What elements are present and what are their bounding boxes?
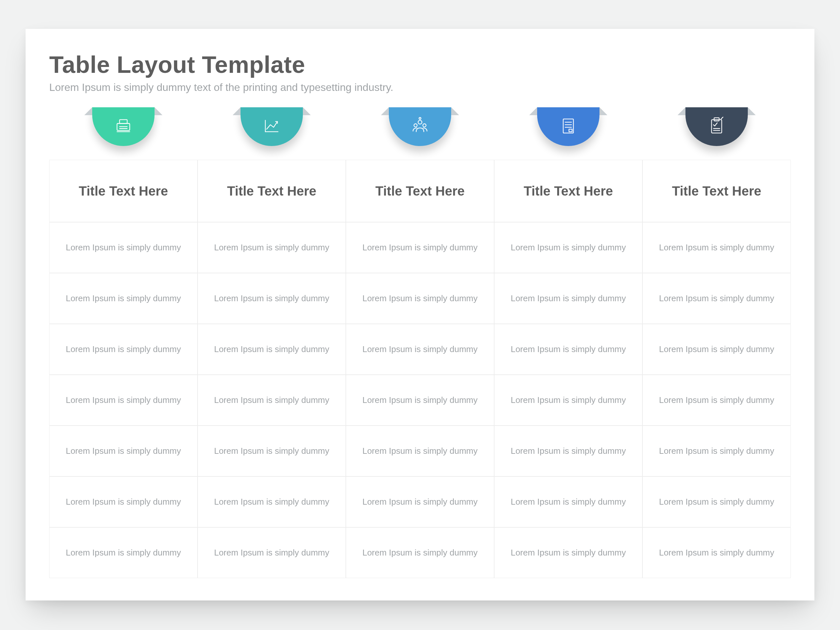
table-cell-text: Lorem Ipsum is simply dummy bbox=[214, 446, 329, 456]
table-cell-text: Lorem Ipsum is simply dummy bbox=[659, 497, 774, 507]
table-cell: Lorem Ipsum is simply dummy bbox=[643, 222, 791, 273]
svg-rect-14 bbox=[712, 120, 722, 133]
column-tab-row bbox=[25, 100, 815, 160]
table-cell: Lorem Ipsum is simply dummy bbox=[494, 426, 643, 477]
table-cell-text: Lorem Ipsum is simply dummy bbox=[510, 243, 626, 253]
table-cell-text: Lorem Ipsum is simply dummy bbox=[214, 293, 329, 303]
table-cell: Lorem Ipsum is simply dummy bbox=[643, 527, 791, 578]
table-cell-text: Lorem Ipsum is simply dummy bbox=[214, 548, 329, 558]
table-cell: Lorem Ipsum is simply dummy bbox=[197, 375, 346, 426]
typewriter-icon bbox=[113, 116, 134, 137]
table-cell: Lorem Ipsum is simply dummy bbox=[494, 375, 643, 426]
table-cell-text: Lorem Ipsum is simply dummy bbox=[659, 446, 774, 456]
table-cell-text: Lorem Ipsum is simply dummy bbox=[659, 395, 774, 405]
svg-rect-1 bbox=[120, 120, 127, 124]
table-cell: Lorem Ipsum is simply dummy bbox=[346, 426, 494, 477]
table-cell: Lorem Ipsum is simply dummy bbox=[643, 273, 791, 324]
svg-point-8 bbox=[419, 117, 421, 120]
column-header: Title Text Here bbox=[346, 160, 494, 222]
column-tab-badge bbox=[92, 107, 155, 146]
table-cell: Lorem Ipsum is simply dummy bbox=[197, 426, 346, 477]
table-cell: Lorem Ipsum is simply dummy bbox=[494, 477, 643, 527]
table-cell-text: Lorem Ipsum is simply dummy bbox=[66, 548, 181, 558]
table-cell: Lorem Ipsum is simply dummy bbox=[197, 324, 346, 375]
table-cell-text: Lorem Ipsum is simply dummy bbox=[362, 497, 477, 507]
tab-fold-left bbox=[529, 107, 537, 115]
column-tab-badge bbox=[240, 107, 303, 146]
page-subtitle: Lorem Ipsum is simply dummy text of the … bbox=[49, 81, 791, 93]
table-cell: Lorem Ipsum is simply dummy bbox=[49, 426, 197, 477]
table-cell: Lorem Ipsum is simply dummy bbox=[643, 375, 791, 426]
column-tab-5 bbox=[643, 107, 791, 160]
column-tab-4 bbox=[494, 107, 643, 160]
column-tab-1 bbox=[49, 107, 197, 160]
column-tab-3 bbox=[346, 107, 494, 160]
table-cell: Lorem Ipsum is simply dummy bbox=[49, 273, 197, 324]
column-header-label: Title Text Here bbox=[524, 184, 613, 199]
table-cell: Lorem Ipsum is simply dummy bbox=[643, 324, 791, 375]
table-cell-text: Lorem Ipsum is simply dummy bbox=[362, 293, 477, 303]
column-tab-badge bbox=[389, 107, 451, 146]
table-cell: Lorem Ipsum is simply dummy bbox=[346, 273, 494, 324]
page-title: Table Layout Template bbox=[49, 51, 791, 78]
table-cell-text: Lorem Ipsum is simply dummy bbox=[214, 344, 329, 354]
column-header-label: Title Text Here bbox=[227, 184, 316, 199]
table-cell-text: Lorem Ipsum is simply dummy bbox=[362, 243, 477, 253]
table-cell: Lorem Ipsum is simply dummy bbox=[643, 477, 791, 527]
table-cell-text: Lorem Ipsum is simply dummy bbox=[510, 497, 626, 507]
slide-header: Table Layout Template Lorem Ipsum is sim… bbox=[25, 29, 815, 100]
tab-fold-left bbox=[84, 107, 92, 115]
column-header-label: Title Text Here bbox=[672, 184, 761, 199]
document-icon bbox=[558, 116, 578, 137]
tab-fold-right bbox=[600, 107, 607, 115]
table-cell: Lorem Ipsum is simply dummy bbox=[197, 222, 346, 273]
table-cell-text: Lorem Ipsum is simply dummy bbox=[66, 344, 181, 354]
column-header-label: Title Text Here bbox=[375, 184, 465, 199]
column-tab-badge bbox=[685, 107, 748, 146]
table-cell-text: Lorem Ipsum is simply dummy bbox=[362, 548, 477, 558]
table-cell-text: Lorem Ipsum is simply dummy bbox=[510, 344, 626, 354]
tab-fold-left bbox=[381, 107, 389, 115]
table-cell: Lorem Ipsum is simply dummy bbox=[643, 426, 791, 477]
slide: Table Layout Template Lorem Ipsum is sim… bbox=[25, 29, 815, 600]
table-cell-text: Lorem Ipsum is simply dummy bbox=[510, 446, 626, 456]
table-cell: Lorem Ipsum is simply dummy bbox=[49, 375, 197, 426]
table-cell-text: Lorem Ipsum is simply dummy bbox=[659, 293, 774, 303]
table-cell: Lorem Ipsum is simply dummy bbox=[494, 527, 643, 578]
table-cell: Lorem Ipsum is simply dummy bbox=[346, 527, 494, 578]
table-cell: Lorem Ipsum is simply dummy bbox=[197, 273, 346, 324]
table-cell: Lorem Ipsum is simply dummy bbox=[49, 527, 197, 578]
table-cell: Lorem Ipsum is simply dummy bbox=[49, 324, 197, 375]
svg-point-7 bbox=[423, 124, 426, 127]
table-cell-text: Lorem Ipsum is simply dummy bbox=[66, 293, 181, 303]
table-cell-text: Lorem Ipsum is simply dummy bbox=[214, 395, 329, 405]
tab-fold-right bbox=[451, 107, 459, 115]
table-cell-text: Lorem Ipsum is simply dummy bbox=[66, 243, 181, 253]
table-cell-text: Lorem Ipsum is simply dummy bbox=[66, 446, 181, 456]
table-cell: Lorem Ipsum is simply dummy bbox=[49, 222, 197, 273]
table-cell: Lorem Ipsum is simply dummy bbox=[494, 222, 643, 273]
column-header: Title Text Here bbox=[49, 160, 197, 222]
column-tab-2 bbox=[197, 107, 346, 160]
svg-point-5 bbox=[418, 120, 422, 124]
table-cell-text: Lorem Ipsum is simply dummy bbox=[659, 548, 774, 558]
column-header: Title Text Here bbox=[197, 160, 346, 222]
tab-fold-right bbox=[155, 107, 163, 115]
table-cell-text: Lorem Ipsum is simply dummy bbox=[214, 497, 329, 507]
team-icon bbox=[410, 116, 430, 137]
tab-fold-right bbox=[303, 107, 311, 115]
svg-point-6 bbox=[414, 124, 417, 127]
table-cell: Lorem Ipsum is simply dummy bbox=[197, 527, 346, 578]
table-cell-text: Lorem Ipsum is simply dummy bbox=[659, 243, 774, 253]
table-cell-text: Lorem Ipsum is simply dummy bbox=[362, 395, 477, 405]
column-tab-badge bbox=[537, 107, 600, 146]
tab-fold-right bbox=[748, 107, 756, 115]
tab-fold-left bbox=[233, 107, 240, 115]
data-table: Title Text HereTitle Text HereTitle Text… bbox=[49, 160, 791, 578]
table-cell-text: Lorem Ipsum is simply dummy bbox=[214, 243, 329, 253]
table-cell: Lorem Ipsum is simply dummy bbox=[494, 273, 643, 324]
table-cell: Lorem Ipsum is simply dummy bbox=[494, 324, 643, 375]
svg-line-18 bbox=[721, 117, 723, 119]
table-cell-text: Lorem Ipsum is simply dummy bbox=[510, 293, 626, 303]
table-cell-text: Lorem Ipsum is simply dummy bbox=[362, 446, 477, 456]
